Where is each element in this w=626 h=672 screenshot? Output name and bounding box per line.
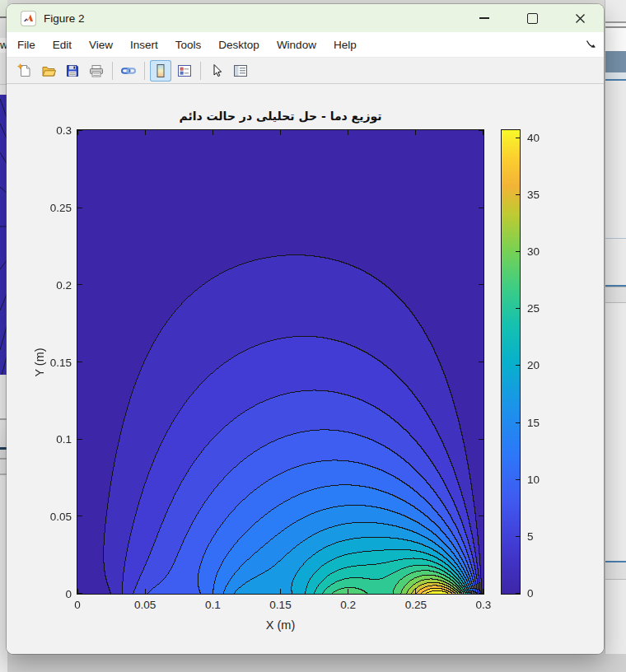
maximize-icon	[527, 13, 538, 24]
tool-bar	[7, 58, 604, 84]
insert-colorbar-button[interactable]	[150, 60, 171, 82]
open-folder-icon	[40, 63, 57, 79]
axis-tick-mark	[77, 130, 82, 131]
x-axis-label: X (m)	[77, 618, 484, 632]
colorbar-tick-mark	[516, 593, 520, 594]
colorbar-tick-mark	[516, 365, 520, 366]
axis-tick-mark	[280, 130, 281, 135]
y-tick-label: 0.1	[7, 433, 72, 446]
title-bar: Figure 2	[7, 4, 604, 32]
new-figure-button[interactable]	[14, 60, 35, 82]
contour-plot-canvas[interactable]	[77, 130, 484, 594]
x-tick-label: 0.05	[134, 599, 156, 611]
insert-legend-button[interactable]	[174, 60, 195, 82]
link-plot-button[interactable]	[118, 60, 139, 82]
contour-plot[interactable]	[77, 129, 484, 595]
colorbar-tick-label: 20	[527, 359, 540, 371]
open-file-button[interactable]	[38, 60, 59, 82]
axis-tick-mark	[348, 589, 348, 594]
colorbar-tick-mark	[516, 308, 520, 309]
colorbar-tick-mark	[516, 138, 520, 138]
toolbar-separator	[200, 62, 201, 80]
axis-tick-mark	[479, 362, 484, 362]
background-window-right-strip	[605, 0, 626, 654]
legend-icon	[176, 63, 193, 79]
colorbar	[501, 129, 521, 595]
link-plot-icon	[120, 63, 137, 79]
menu-bar: FileEditViewInsertToolsDesktopWindowHelp	[7, 32, 604, 58]
axis-tick-mark	[77, 284, 82, 285]
colorbar-icon	[152, 63, 169, 79]
axis-tick-mark	[479, 516, 484, 516]
axis-tick-mark	[479, 439, 484, 440]
x-tick-label: 0.3	[476, 599, 492, 611]
axis-tick-mark	[479, 593, 484, 594]
toolbar-separator	[144, 62, 145, 80]
axis-tick-mark	[77, 516, 82, 516]
colorbar-tick-mark	[516, 251, 520, 252]
new-document-icon	[16, 63, 33, 79]
matlab-logo-icon	[21, 12, 35, 26]
x-tick-label: 0	[74, 599, 81, 611]
close-icon	[575, 13, 586, 24]
plot-title: توزیع دما - حل تحلیلی در حالت دائم	[77, 110, 484, 123]
property-editor-button[interactable]	[230, 60, 251, 82]
colorbar-tick-label: 10	[527, 473, 540, 485]
axis-tick-mark	[77, 362, 82, 362]
y-tick-label: 0.05	[7, 511, 72, 523]
colorbar-tick-mark	[516, 194, 520, 195]
axis-tick-mark	[479, 130, 484, 131]
menu-item-window[interactable]: Window	[277, 39, 316, 51]
print-figure-button[interactable]	[86, 60, 107, 82]
axis-tick-mark	[213, 130, 213, 135]
colorbar-tick-mark	[516, 479, 520, 480]
colorbar-tick-mark	[516, 536, 520, 537]
y-tick-label: 0.25	[7, 201, 72, 213]
axis-tick-mark	[213, 589, 213, 594]
save-icon	[64, 63, 81, 79]
figure-window: Figure 2 FileEditViewInsertToolsDesktopW…	[7, 4, 604, 654]
axis-tick-mark	[415, 130, 416, 135]
menu-item-view[interactable]: View	[89, 39, 113, 51]
axis-tick-mark	[280, 589, 281, 594]
colorbar-tick-label: 25	[527, 302, 540, 315]
colorbar-tick-label: 5	[527, 530, 534, 542]
colorbar-tick-label: 40	[527, 131, 540, 143]
menu-item-desktop[interactable]: Desktop	[218, 39, 259, 51]
y-tick-label: 0.3	[7, 124, 72, 137]
dock-figure-arrow-icon[interactable]	[585, 39, 596, 50]
colorbar-tick-label: 15	[527, 416, 540, 428]
x-tick-label: 0.25	[405, 599, 427, 611]
axis-tick-mark	[348, 130, 348, 135]
colorbar-tick-labels: 0510152025303540	[527, 130, 560, 594]
axis-tick-mark	[77, 593, 82, 594]
colorbar-gradient	[502, 130, 520, 594]
figure-canvas-area: توزیع دما - حل تحلیلی در حالت دائم 00.05…	[7, 84, 604, 654]
axis-tick-mark	[415, 589, 416, 594]
maximize-button[interactable]	[508, 4, 556, 32]
axis-tick-mark	[77, 439, 82, 440]
axis-tick-mark	[479, 284, 484, 285]
axis-tick-mark	[479, 208, 484, 208]
menu-item-tools[interactable]: Tools	[175, 39, 202, 51]
cursor-arrow-icon	[208, 63, 225, 79]
window-title: Figure 2	[44, 12, 85, 25]
axis-tick-mark	[145, 130, 146, 135]
menu-item-help[interactable]: Help	[334, 39, 357, 51]
x-tick-label: 0.1	[205, 599, 221, 611]
y-tick-label: 0	[7, 588, 72, 600]
edit-plot-button[interactable]	[206, 60, 227, 82]
x-axis-tick-labels: 00.050.10.150.20.250.3	[77, 599, 484, 614]
menu-item-file[interactable]: File	[17, 39, 35, 51]
save-figure-button[interactable]	[62, 60, 83, 82]
x-tick-label: 0.15	[269, 599, 291, 611]
x-tick-label: 0.2	[340, 599, 356, 611]
minimize-button[interactable]	[460, 4, 508, 32]
menu-item-insert[interactable]: Insert	[130, 39, 158, 51]
colorbar-tick-mark	[516, 422, 520, 423]
y-tick-label: 0.2	[7, 278, 72, 291]
close-button[interactable]	[556, 4, 604, 32]
axis-tick-mark	[77, 208, 82, 208]
menu-item-edit[interactable]: Edit	[53, 39, 72, 51]
axis-tick-mark	[145, 589, 146, 594]
